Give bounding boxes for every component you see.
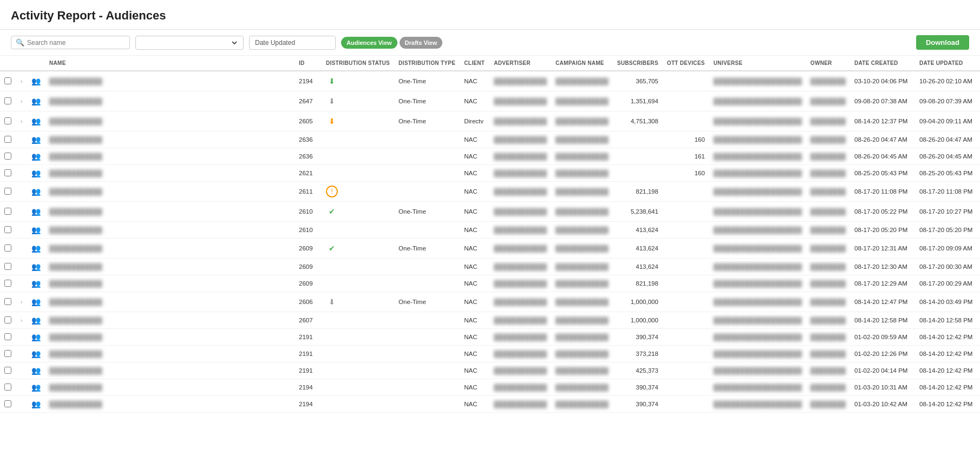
date-field[interactable]: Date Updated bbox=[249, 36, 336, 50]
row-expand-cell[interactable] bbox=[16, 379, 27, 396]
row-checkbox[interactable] bbox=[4, 298, 11, 305]
row-checkbox-cell[interactable] bbox=[0, 71, 16, 91]
row-checkbox[interactable] bbox=[4, 136, 11, 143]
row-date-updated: 08-17-20 10:27 PM bbox=[915, 202, 980, 222]
blurred-owner: ████████ bbox=[811, 188, 846, 195]
row-checkbox-cell[interactable] bbox=[0, 202, 16, 222]
row-checkbox[interactable] bbox=[4, 117, 11, 124]
blurred-advertiser: ████████████ bbox=[494, 351, 547, 357]
table-container: NAME ID DISTRIBUTION STATUS DISTRIBUTION… bbox=[0, 56, 980, 413]
row-expand-cell[interactable] bbox=[16, 329, 27, 346]
row-expand-cell[interactable] bbox=[16, 202, 27, 222]
table-row: 👥 ████████████ 2609 NAC ████████████ ███… bbox=[0, 259, 980, 275]
row-checkbox[interactable] bbox=[4, 244, 11, 252]
row-checkbox-cell[interactable] bbox=[0, 165, 16, 182]
row-icon-cell: 👥 bbox=[27, 148, 45, 165]
row-expand-cell[interactable] bbox=[16, 275, 27, 292]
row-checkbox[interactable] bbox=[4, 208, 11, 215]
filter-dropdown[interactable] bbox=[135, 36, 244, 50]
header-client: CLIENT bbox=[460, 56, 489, 71]
row-expand-cell[interactable] bbox=[16, 362, 27, 379]
row-id: 2611 bbox=[295, 182, 322, 202]
row-expand-cell[interactable]: › bbox=[16, 312, 27, 329]
row-expand-cell[interactable]: › bbox=[16, 111, 27, 131]
row-checkbox-cell[interactable] bbox=[0, 346, 16, 362]
row-checkbox-cell[interactable] bbox=[0, 329, 16, 346]
row-checkbox[interactable] bbox=[4, 169, 11, 176]
row-expand-cell[interactable]: › bbox=[16, 91, 27, 111]
row-checkbox[interactable] bbox=[4, 97, 11, 104]
row-expand-cell[interactable] bbox=[16, 165, 27, 182]
blurred-campaign: ████████████ bbox=[556, 351, 609, 357]
row-checkbox[interactable] bbox=[4, 226, 11, 233]
row-checkbox[interactable] bbox=[4, 188, 11, 195]
row-advertiser: ████████████ bbox=[489, 165, 551, 182]
people-icon: 👥 bbox=[31, 316, 41, 325]
row-ott bbox=[663, 329, 709, 346]
expand-chevron[interactable]: › bbox=[21, 78, 22, 84]
row-checkbox-cell[interactable] bbox=[0, 312, 16, 329]
download-button[interactable]: Download bbox=[916, 35, 969, 50]
row-expand-cell[interactable] bbox=[16, 396, 27, 413]
row-advertiser: ████████████ bbox=[489, 362, 551, 379]
row-checkbox-cell[interactable] bbox=[0, 275, 16, 292]
row-expand-cell[interactable] bbox=[16, 131, 27, 148]
row-checkbox[interactable] bbox=[4, 400, 11, 407]
row-checkbox-cell[interactable] bbox=[0, 222, 16, 239]
row-expand-cell[interactable] bbox=[16, 222, 27, 239]
row-expand-cell[interactable]: › bbox=[16, 71, 27, 91]
row-checkbox[interactable] bbox=[4, 333, 11, 340]
row-date-created: 08-14-20 12:58 PM bbox=[850, 312, 915, 329]
expand-chevron[interactable]: › bbox=[21, 98, 22, 104]
row-checkbox[interactable] bbox=[4, 77, 11, 84]
row-checkbox[interactable] bbox=[4, 263, 11, 270]
row-checkbox-cell[interactable] bbox=[0, 91, 16, 111]
row-checkbox-cell[interactable] bbox=[0, 131, 16, 148]
row-universe: ████████████████████ bbox=[709, 222, 806, 239]
search-input[interactable] bbox=[27, 39, 125, 47]
people-icon: 👥 bbox=[31, 187, 41, 196]
row-checkbox[interactable] bbox=[4, 350, 11, 357]
row-expand-cell[interactable] bbox=[16, 182, 27, 202]
row-dist-type bbox=[394, 379, 460, 396]
row-expand-cell[interactable] bbox=[16, 346, 27, 362]
row-icon-cell: 👥 bbox=[27, 329, 45, 346]
row-checkbox-cell[interactable] bbox=[0, 292, 16, 312]
drafts-view-button[interactable]: Drafts View bbox=[400, 37, 443, 49]
row-checkbox-cell[interactable] bbox=[0, 148, 16, 165]
row-checkbox-cell[interactable] bbox=[0, 182, 16, 202]
filter-select[interactable] bbox=[140, 38, 239, 47]
row-icon-cell: 👥 bbox=[27, 111, 45, 131]
row-checkbox[interactable] bbox=[4, 153, 11, 160]
row-universe: ████████████████████ bbox=[709, 362, 806, 379]
row-checkbox[interactable] bbox=[4, 316, 11, 323]
row-checkbox-cell[interactable] bbox=[0, 362, 16, 379]
row-campaign: ████████████ bbox=[551, 329, 613, 346]
audiences-view-button[interactable]: Audiences View bbox=[341, 37, 397, 49]
row-expand-cell[interactable] bbox=[16, 259, 27, 275]
row-expand-cell[interactable] bbox=[16, 239, 27, 259]
row-checkbox-cell[interactable] bbox=[0, 259, 16, 275]
row-checkbox-cell[interactable] bbox=[0, 239, 16, 259]
expand-chevron[interactable]: › bbox=[21, 318, 22, 323]
expand-chevron[interactable]: › bbox=[21, 118, 22, 124]
row-universe: ████████████████████ bbox=[709, 292, 806, 312]
row-checkbox-cell[interactable] bbox=[0, 379, 16, 396]
row-checkbox[interactable] bbox=[4, 280, 11, 287]
row-checkbox-cell[interactable] bbox=[0, 396, 16, 413]
blurred-name: ████████████ bbox=[49, 227, 102, 233]
row-expand-cell[interactable]: › bbox=[16, 292, 27, 312]
search-box[interactable]: 🔍 bbox=[11, 36, 130, 49]
row-campaign: ████████████ bbox=[551, 275, 613, 292]
row-checkbox-cell[interactable] bbox=[0, 111, 16, 131]
row-ott bbox=[663, 111, 709, 131]
row-expand-cell[interactable] bbox=[16, 148, 27, 165]
row-checkbox[interactable] bbox=[4, 384, 11, 391]
row-checkbox[interactable] bbox=[4, 367, 11, 374]
expand-chevron[interactable]: › bbox=[21, 299, 22, 305]
row-date-created: 08-26-20 04:45 AM bbox=[850, 148, 915, 165]
blurred-universe: ████████████████████ bbox=[714, 367, 802, 374]
row-subscribers: 425,373 bbox=[613, 362, 663, 379]
row-subscribers: 4,751,308 bbox=[613, 111, 663, 131]
toolbar: 🔍 Date Updated Audiences View Drafts Vie… bbox=[0, 30, 980, 56]
